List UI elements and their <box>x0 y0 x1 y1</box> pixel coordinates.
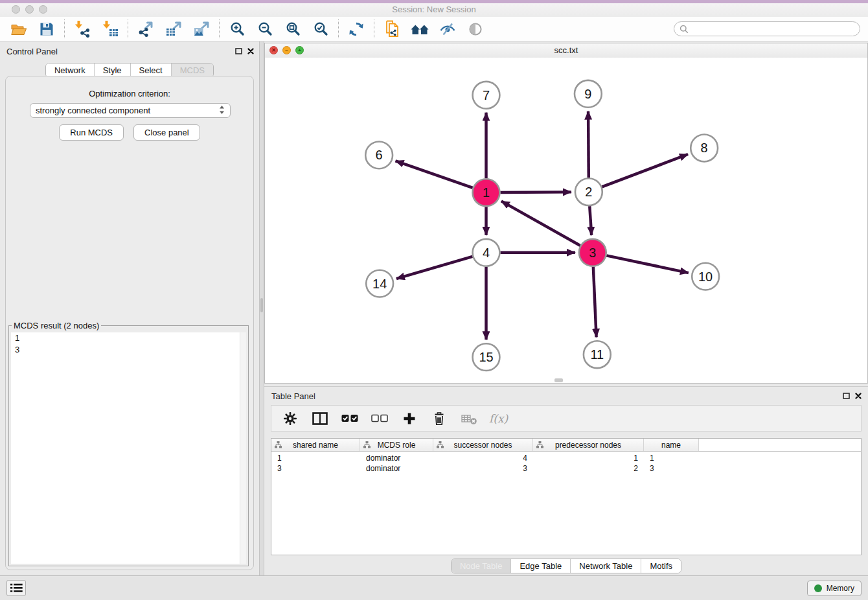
column-header-MCDS-role[interactable]: MCDS role <box>360 439 433 451</box>
memory-button[interactable]: Memory <box>807 581 862 596</box>
delete-table-icon <box>459 409 479 428</box>
network-zoom-button[interactable]: + <box>295 46 304 54</box>
network-title: scc.txt <box>265 43 867 57</box>
column-header-label: MCDS role <box>378 441 416 450</box>
app-titlebar: Session: New Session <box>0 0 868 17</box>
network-minimize-button[interactable]: − <box>282 46 291 54</box>
graph-edge-3-1[interactable] <box>501 201 580 246</box>
divider-handle[interactable] <box>260 298 263 312</box>
float-panel-icon[interactable] <box>235 45 242 57</box>
graph-svg: 7968124314101511 <box>265 58 867 383</box>
result-scrollbar[interactable] <box>240 332 246 564</box>
close-panel-icon[interactable] <box>247 45 254 57</box>
refresh-view-icon[interactable] <box>347 19 366 39</box>
zoom-in-icon[interactable] <box>227 19 247 39</box>
table-panel-header: Table Panel <box>271 389 862 402</box>
graph-edge-3-10[interactable] <box>606 255 689 273</box>
table-cell: 3 <box>433 464 533 473</box>
export-network-icon[interactable] <box>136 19 155 39</box>
run-mcds-button[interactable]: Run MCDS <box>59 124 124 141</box>
search-icon <box>680 25 689 36</box>
import-network-icon[interactable] <box>73 19 92 39</box>
export-table-icon[interactable] <box>164 19 183 39</box>
import-table-icon[interactable] <box>100 19 120 39</box>
network-window: ✕ − + scc.txt 7968124314101511 <box>264 43 868 384</box>
network-window-titlebar[interactable]: ✕ − + scc.txt <box>265 43 867 58</box>
create-column-icon[interactable] <box>400 409 419 428</box>
graph-edge-1-2[interactable] <box>500 192 571 192</box>
export-image-icon[interactable] <box>192 19 211 39</box>
tab-mcds[interactable]: MCDS <box>171 63 213 77</box>
save-session-icon[interactable] <box>37 19 56 39</box>
network-canvas[interactable]: 7968124314101511 <box>265 58 867 383</box>
graph-node-label: 14 <box>372 277 387 291</box>
optimization-criterion-dropdown[interactable]: strongly connected component <box>30 103 231 118</box>
graph-edge-4-14[interactable] <box>396 257 473 279</box>
tab-style[interactable]: Style <box>94 63 130 77</box>
mcds-result-group: MCDS result (2 nodes) 1 3 <box>8 321 249 566</box>
graph-edge-2-8[interactable] <box>602 154 688 187</box>
tab-network-table[interactable]: Network Table <box>570 559 641 573</box>
column-header-successor-nodes[interactable]: successor nodes <box>433 439 533 451</box>
mcds-result-textarea[interactable]: 1 3 <box>11 332 246 564</box>
column-header-predecessor-nodes[interactable]: predecessor nodes <box>533 439 644 451</box>
table-cell: 2 <box>533 464 644 473</box>
graph-node-label: 11 <box>590 347 604 362</box>
fit-content-icon[interactable] <box>283 19 303 39</box>
delete-column-trash-icon[interactable] <box>429 409 449 428</box>
table-cell: dominator <box>360 454 433 463</box>
select-all-columns-icon[interactable] <box>340 409 360 428</box>
column-header-shared-name[interactable]: shared name <box>271 439 360 451</box>
graph-edges <box>396 111 689 340</box>
network-close-button[interactable]: ✕ <box>269 46 278 54</box>
search-input[interactable] <box>674 21 860 36</box>
tab-node-table[interactable]: Node Table <box>451 559 511 573</box>
graph-edge-2-3[interactable] <box>589 206 591 235</box>
column-header-label: successor nodes <box>453 441 512 450</box>
table-header-row: shared nameMCDS rolesuccessor nodesprede… <box>271 439 861 452</box>
graph-node-label: 15 <box>479 350 493 364</box>
show-columns-panel-icon[interactable] <box>310 409 330 428</box>
mcds-panel: Optimization criterion: strongly connect… <box>5 76 254 570</box>
tab-select[interactable]: Select <box>130 63 171 77</box>
panel-divider[interactable] <box>259 41 264 575</box>
graph-node-label: 8 <box>701 141 708 155</box>
graph-edge-1-6[interactable] <box>396 161 473 188</box>
close-panel-icon[interactable] <box>855 390 862 402</box>
column-header-name[interactable]: name <box>644 439 699 451</box>
table-row[interactable]: 3dominator323 <box>271 463 861 474</box>
new-network-from-selection-icon[interactable] <box>382 19 402 39</box>
task-history-button[interactable] <box>6 580 26 596</box>
column-type-icon <box>437 441 444 448</box>
tab-motifs[interactable]: Motifs <box>641 559 681 573</box>
hide-selected-icon[interactable] <box>438 19 457 39</box>
tab-edge-table[interactable]: Edge Table <box>510 559 570 573</box>
result-line: 1 <box>11 332 246 344</box>
table-panel: Table Panel <box>264 386 868 575</box>
zoom-out-icon[interactable] <box>255 19 275 39</box>
float-panel-icon[interactable] <box>843 390 850 402</box>
control-panel: Control Panel Network Style Select MCDS … <box>0 41 259 575</box>
unselect-all-columns-icon[interactable] <box>370 409 389 428</box>
table-settings-gear-icon[interactable] <box>280 409 300 428</box>
table-panel-title: Table Panel <box>271 391 315 401</box>
graph-node-label: 3 <box>589 246 596 260</box>
first-neighbors-icon[interactable] <box>410 19 429 39</box>
open-folder-icon[interactable] <box>9 19 29 39</box>
zoom-selected-icon[interactable] <box>311 19 330 39</box>
canvas-sash-handle[interactable] <box>554 378 563 382</box>
mcds-result-title: MCDS result (2 nodes) <box>12 321 101 330</box>
table-cell: 3 <box>644 464 699 473</box>
close-panel-button[interactable]: Close panel <box>133 124 200 141</box>
graph-node-label: 7 <box>483 88 490 102</box>
table-body: 1dominator4113dominator323 <box>271 452 861 474</box>
table-row[interactable]: 1dominator411 <box>271 453 861 463</box>
list-icon <box>10 583 23 593</box>
column-header-label: shared name <box>293 441 338 450</box>
tab-network[interactable]: Network <box>46 63 94 77</box>
graph-edge-2-9[interactable] <box>588 111 589 178</box>
column-header-label: predecessor nodes <box>555 441 621 450</box>
graph-edge-3-11[interactable] <box>593 267 597 338</box>
titlebar-accent <box>0 0 868 3</box>
app-title: Session: New Session <box>0 5 868 14</box>
